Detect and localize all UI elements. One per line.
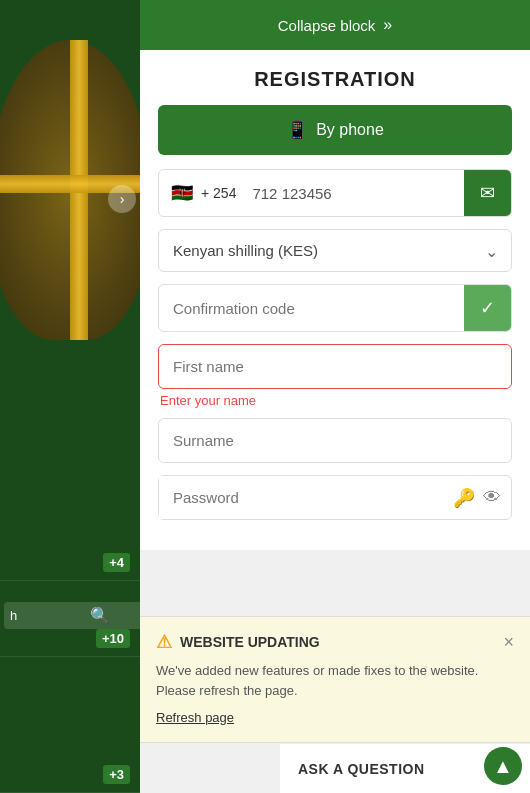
scroll-to-top-button[interactable]: ▲ xyxy=(484,747,522,785)
warning-icon: ⚠ xyxy=(156,631,172,653)
website-updating-toast: ⚠ WEBSITE UPDATING × We've added new fea… xyxy=(140,616,530,743)
eye-off-icon[interactable]: 👁 xyxy=(483,487,501,508)
phone-country-code: + 254 xyxy=(201,185,236,201)
first-name-input-wrap xyxy=(158,344,512,389)
currency-select[interactable]: Kenyan shilling (KES) US Dollar (USD) Eu… xyxy=(158,229,512,272)
flag-code-display: 🇰🇪 + 254 xyxy=(159,180,246,206)
refresh-page-button[interactable]: Refresh page xyxy=(156,710,234,725)
badge-item-3[interactable]: +3 xyxy=(0,757,140,793)
password-icons-group: 🔑 👁 xyxy=(453,487,511,509)
email-button[interactable]: ✉ xyxy=(464,170,511,216)
registration-form: REGISTRATION 📱 By phone 🇰🇪 + 254 ✉ Kenya… xyxy=(140,50,530,550)
badge-item-2[interactable]: +10 xyxy=(0,621,140,657)
surname-input[interactable] xyxy=(159,419,511,462)
badge-label-1: +4 xyxy=(103,553,130,572)
phone-number-input[interactable] xyxy=(246,173,464,214)
ask-question-label: ASK A QUESTION xyxy=(298,761,425,777)
phone-number-row: 🇰🇪 + 254 ✉ xyxy=(158,169,512,217)
badge-label-3: +3 xyxy=(103,765,130,784)
carousel-nav-arrow[interactable]: › xyxy=(108,185,136,213)
toast-close-button[interactable]: × xyxy=(503,633,514,651)
toast-body-text: We've added new features or made fixes t… xyxy=(156,661,514,700)
left-badge-list: +4 +10 +3 xyxy=(0,545,140,793)
first-name-error: Enter your name xyxy=(158,393,512,408)
confirmation-code-confirm-button[interactable]: ✓ xyxy=(464,285,511,331)
password-input[interactable] xyxy=(159,476,453,519)
collapse-block-label: Collapse block xyxy=(278,17,376,34)
main-panel: Collapse block » REGISTRATION 📱 By phone… xyxy=(140,0,530,793)
key-icon: 🔑 xyxy=(453,487,475,509)
phone-icon: 📱 xyxy=(286,119,308,141)
toast-title-text: WEBSITE UPDATING xyxy=(180,634,320,650)
left-panel: › 🔍 +4 +10 +3 xyxy=(0,0,140,793)
badge-label-2: +10 xyxy=(96,629,130,648)
badge-item-1[interactable]: +4 xyxy=(0,545,140,581)
checkmark-icon: ✓ xyxy=(480,297,495,319)
arrow-up-icon: ▲ xyxy=(493,755,513,778)
toast-title-group: ⚠ WEBSITE UPDATING xyxy=(156,631,320,653)
currency-select-wrap: Kenyan shilling (KES) US Dollar (USD) Eu… xyxy=(158,229,512,272)
by-phone-label: By phone xyxy=(316,121,384,139)
chevron-right-icon: » xyxy=(383,16,392,34)
first-name-input[interactable] xyxy=(159,345,511,388)
registration-title: REGISTRATION xyxy=(158,50,512,105)
surname-input-wrap xyxy=(158,418,512,463)
by-phone-button[interactable]: 📱 By phone xyxy=(158,105,512,155)
confirmation-code-row: ✓ xyxy=(158,284,512,332)
toast-title-row: ⚠ WEBSITE UPDATING × xyxy=(156,631,514,653)
kenya-flag-icon: 🇰🇪 xyxy=(169,180,195,206)
collapse-block-header[interactable]: Collapse block » xyxy=(140,0,530,50)
password-row: 🔑 👁 xyxy=(158,475,512,520)
email-icon: ✉ xyxy=(480,182,495,204)
confirmation-code-input[interactable] xyxy=(159,288,464,329)
